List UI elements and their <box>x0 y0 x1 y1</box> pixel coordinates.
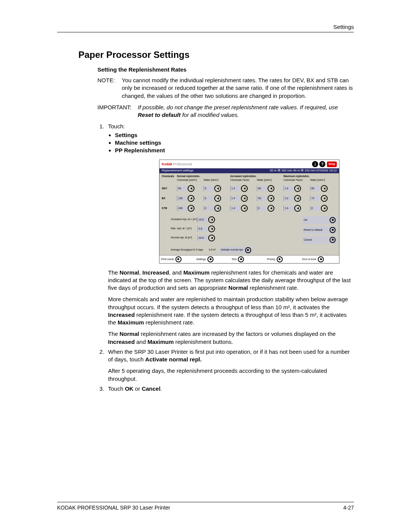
note-label: NOTE: <box>97 77 122 100</box>
ss-subtitle-bar: Replenishment settings 20 m ⦿ 102 mm 40 … <box>159 168 339 173</box>
spinner-icon[interactable] <box>208 225 215 232</box>
running-head: Settings <box>333 24 354 30</box>
nav-end-of-work[interactable]: End of work <box>302 256 338 262</box>
p-after-ss-1: The Normal, Increased, and Maximum reple… <box>108 269 354 292</box>
spinner-icon[interactable] <box>208 216 215 223</box>
nav-pricing[interactable]: Pricing <box>267 256 302 262</box>
spinner-icon[interactable] <box>208 235 215 241</box>
spinner-icon[interactable] <box>188 185 194 192</box>
spinner-icon[interactable] <box>241 205 248 212</box>
stb-chem-normal[interactable]: 240 <box>177 205 204 212</box>
stb-water-normal[interactable]: 0 <box>204 205 230 212</box>
stb-chem-max[interactable]: 1.6 <box>284 205 310 212</box>
spinner-icon[interactable] <box>268 185 274 192</box>
radio-icon <box>330 237 336 243</box>
important-block: IMPORTANT: If possible, do not change th… <box>97 104 354 119</box>
spinner-icon[interactable] <box>294 205 301 212</box>
important-text: If possible, do not change the preset re… <box>138 104 354 119</box>
spinner-icon[interactable] <box>188 195 194 202</box>
spinner-icon[interactable] <box>268 195 274 202</box>
row-dev: DEV 90 0 1.4 60 1.6 80 <box>162 185 337 192</box>
step-3: Touch OK or Cancel. <box>106 385 354 393</box>
bullet-machine-settings: Machine settings <box>115 139 354 147</box>
stb-chem-incr[interactable]: 1.4 <box>230 205 257 212</box>
screen-title: Replenishment settings <box>162 169 193 173</box>
nav-settings[interactable]: Settings <box>196 256 232 262</box>
p-after-ss-2: More chemicals and water are replenished… <box>108 296 354 326</box>
spinner-icon[interactable] <box>214 185 221 192</box>
step-2: When the SRP 30 Laser Printer is first p… <box>106 348 354 383</box>
radio-icon <box>175 256 182 262</box>
radio-icon <box>330 217 336 223</box>
ok-button[interactable]: OK <box>303 216 337 224</box>
step-1: Touch: Settings Machine settings PP Repl… <box>106 123 354 346</box>
radio-icon <box>245 247 251 253</box>
note-block: NOTE: You cannot modify the individual r… <box>97 77 354 100</box>
increased-threshold: Increased repl. at < [m²] 10.0 <box>171 216 258 223</box>
spinner-icon[interactable] <box>294 185 301 192</box>
nav-print-mode[interactable]: Print mode <box>161 256 196 262</box>
page-title: Paper Processor Settings <box>78 50 354 60</box>
spinner-icon[interactable] <box>214 205 221 212</box>
sub-header-row: Chemicals [ml/m²] Water [ml/m²] Chemical… <box>162 179 337 182</box>
page-footer: KODAK PROFESSIONAL SRP 30 Laser Printer … <box>57 502 354 511</box>
bullet-settings: Settings <box>115 131 354 139</box>
group-header-row: Chemicals Normal replenishm. Increased r… <box>162 175 337 178</box>
spinner-icon[interactable] <box>321 205 328 212</box>
bx-water-incr[interactable]: 48 <box>257 195 284 202</box>
radio-icon <box>207 256 213 262</box>
section-title: Setting the Replenishment Rates <box>97 66 354 73</box>
dev-water-normal[interactable]: 0 <box>204 185 230 192</box>
p-after-ss-3: The Normal replenishment rates are incre… <box>108 330 354 346</box>
reset-default-button[interactable]: Reset to default <box>303 226 337 234</box>
step-2-after: After 5 operating days, the replenishmen… <box>108 367 354 383</box>
spinner-icon[interactable] <box>268 205 274 212</box>
bx-chem-normal[interactable]: 120 <box>177 195 204 202</box>
brand-kodak: Kodak <box>162 162 172 166</box>
spinner-icon[interactable] <box>241 195 248 202</box>
info-icon[interactable]: i <box>312 161 318 167</box>
spinner-icon[interactable] <box>321 195 328 202</box>
stb-water-max[interactable]: 0 <box>310 205 337 212</box>
cancel-button[interactable]: Cancel <box>303 236 337 244</box>
dev-chem-normal[interactable]: 90 <box>177 185 204 192</box>
bx-chem-incr[interactable]: 1.4 <box>230 195 257 202</box>
stb-water-incr[interactable]: 0 <box>257 205 284 212</box>
dev-chem-max[interactable]: 1.6 <box>284 185 310 192</box>
rule-top <box>57 32 354 32</box>
screenshot-replenishment: Kodak Professional i ? Stop Replenishmen… <box>159 160 339 263</box>
footer-page-number: 4-27 <box>343 505 354 511</box>
dev-water-incr[interactable]: 60 <box>257 185 284 192</box>
spinner-icon[interactable] <box>321 185 328 192</box>
note-text: You cannot modify the individual repleni… <box>122 77 354 100</box>
normal-threshold: Normal repl. at [m²] 20.0 <box>171 235 258 241</box>
stop-button[interactable]: Stop <box>327 161 337 167</box>
ss-titlebar-app: Kodak Professional i ? Stop <box>159 160 339 168</box>
spinner-icon[interactable] <box>188 205 194 212</box>
row-bx: BX 120 0 1.4 48 1.6 72 <box>162 195 337 202</box>
nav-test[interactable]: Test <box>232 256 267 262</box>
radio-icon <box>330 227 336 233</box>
bx-water-normal[interactable]: 0 <box>204 195 230 202</box>
activate-normal-button[interactable]: Activate normal repl. <box>220 247 252 254</box>
footer-product: KODAK PROFESSIONAL SRP 30 Laser Printer <box>57 505 170 511</box>
row-stb: STB 240 0 1.4 0 1.6 0 <box>162 205 337 212</box>
bullet-pp-replenishment: PP Replenishment <box>115 147 354 154</box>
spinner-icon[interactable] <box>294 195 301 202</box>
steps-list: Touch: Settings Machine settings PP Repl… <box>97 123 354 393</box>
important-label: IMPORTANT: <box>97 104 138 119</box>
bottom-nav: Print mode Settings Test Pricing End of … <box>159 255 339 263</box>
spinner-icon[interactable] <box>241 185 248 192</box>
radio-icon <box>238 256 244 262</box>
status-readout: 20 m ⦿ 102 mm 40 m ⦿ 152 mm 07/02/02 18:… <box>270 169 337 173</box>
dev-water-max[interactable]: 80 <box>310 185 337 192</box>
bx-water-max[interactable]: 72 <box>310 195 337 202</box>
spinner-icon[interactable] <box>214 195 221 202</box>
dev-chem-incr[interactable]: 1.4 <box>230 185 257 192</box>
radio-icon <box>277 256 283 262</box>
max-threshold: Max. repl. at < [m²] 5.0 <box>171 225 258 232</box>
brand-professional: Professional <box>173 162 192 166</box>
bx-chem-max[interactable]: 1.6 <box>284 195 310 202</box>
radio-icon <box>318 256 324 262</box>
help-icon[interactable]: ? <box>319 161 325 167</box>
